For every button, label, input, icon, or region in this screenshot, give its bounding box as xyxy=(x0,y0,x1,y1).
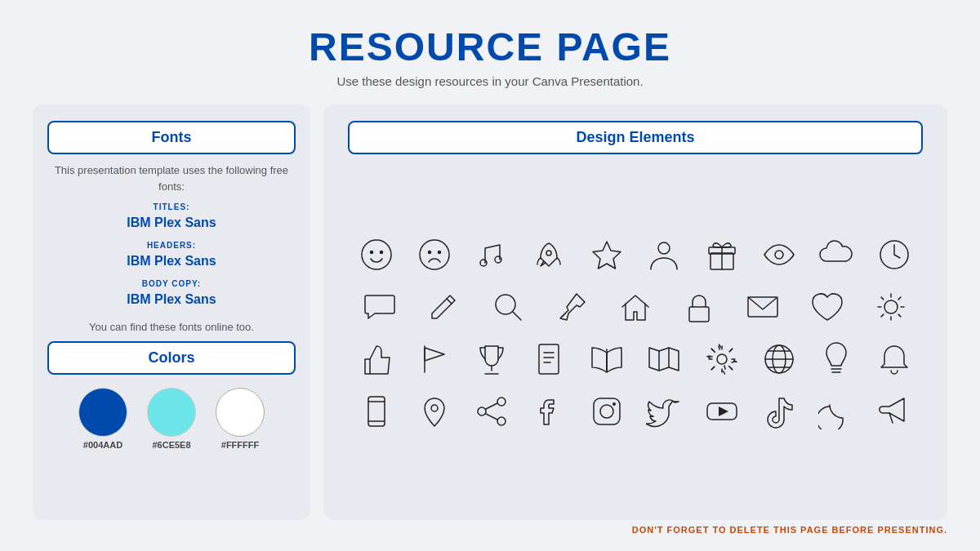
star-icon xyxy=(582,230,631,279)
headers-label: HEADERS: xyxy=(47,239,296,251)
facebook-icon xyxy=(524,387,573,436)
thumbs-up-icon xyxy=(352,335,401,384)
heart-icon xyxy=(803,282,852,331)
envelope-icon xyxy=(738,282,787,331)
svg-point-25 xyxy=(431,405,438,411)
design-elements-header: Design Elements xyxy=(348,121,923,154)
pin-icon xyxy=(547,282,596,331)
svg-point-13 xyxy=(775,251,783,259)
page-title: RESOURCE PAGE xyxy=(309,24,671,69)
home-icon xyxy=(611,282,660,331)
svg-point-6 xyxy=(480,260,487,266)
colors-section: #004AAD #6CE5E8 #FFFFFF xyxy=(47,388,296,450)
rocket-icon xyxy=(524,230,573,279)
svg-point-26 xyxy=(497,398,506,406)
icon-row-2 xyxy=(348,282,923,331)
eye-icon xyxy=(755,230,804,279)
color-swatch-cyan xyxy=(147,388,196,437)
svg-point-0 xyxy=(362,240,391,269)
map-icon xyxy=(639,335,688,384)
svg-point-27 xyxy=(478,407,486,415)
flag-icon xyxy=(410,335,459,384)
body-font: IBM Plex Sans xyxy=(47,290,296,309)
svg-point-15 xyxy=(496,295,515,314)
person-icon xyxy=(639,230,688,279)
twitter-icon xyxy=(639,387,688,436)
fonts-header: Fonts xyxy=(47,121,296,154)
youtube-icon xyxy=(697,387,746,436)
bell-icon xyxy=(870,335,919,384)
color-item-white: #FFFFFF xyxy=(216,388,265,450)
titles-label: TITLES: xyxy=(47,201,296,213)
body-label: BODY COPY: xyxy=(47,278,296,290)
sun-icon xyxy=(866,282,915,331)
megaphone-icon xyxy=(870,387,919,436)
page-subtitle: Use these design resources in your Canva… xyxy=(336,74,643,88)
svg-point-8 xyxy=(546,251,551,256)
svg-point-4 xyxy=(428,251,430,254)
color-label-white: #FFFFFF xyxy=(221,440,259,450)
lock-icon xyxy=(675,282,724,331)
gear-icon xyxy=(697,335,746,384)
instagram-icon xyxy=(582,387,631,436)
icons-grid xyxy=(348,162,923,504)
svg-point-31 xyxy=(612,402,616,406)
icon-row-1 xyxy=(348,230,923,279)
speech-bubble-icon xyxy=(355,282,404,331)
lightbulb-icon xyxy=(812,335,861,384)
color-label-blue: #004AAD xyxy=(83,440,122,450)
moon-icon xyxy=(812,387,861,436)
trophy-icon xyxy=(467,335,516,384)
icon-row-3 xyxy=(348,335,923,384)
svg-point-7 xyxy=(495,256,501,263)
open-book-icon xyxy=(582,335,631,384)
gift-icon xyxy=(697,230,746,279)
smile-icon xyxy=(352,230,401,279)
svg-point-5 xyxy=(438,251,440,254)
svg-point-18 xyxy=(884,300,898,313)
svg-point-10 xyxy=(658,242,670,254)
svg-rect-19 xyxy=(539,344,559,374)
footer-note: DON'T FORGET TO DELETE THIS PAGE BEFORE … xyxy=(33,525,947,535)
color-swatch-white xyxy=(216,388,265,437)
svg-marker-33 xyxy=(719,407,728,416)
svg-point-3 xyxy=(420,240,449,269)
clock-icon xyxy=(870,230,919,279)
right-panel: Design Elements xyxy=(323,104,947,520)
color-swatch-blue xyxy=(78,388,127,437)
svg-marker-9 xyxy=(593,242,621,269)
mobile-icon xyxy=(352,387,401,436)
cloud-icon xyxy=(812,230,861,279)
headers-font: IBM Plex Sans xyxy=(47,251,296,271)
location-pin-icon xyxy=(410,387,459,436)
color-item-blue: #004AAD xyxy=(78,388,127,450)
svg-point-30 xyxy=(600,405,613,418)
colors-header: Colors xyxy=(47,341,296,375)
magnifier-icon xyxy=(483,282,532,331)
svg-rect-29 xyxy=(594,398,620,424)
svg-point-1 xyxy=(371,251,373,254)
document-icon xyxy=(524,335,573,384)
pencil-icon xyxy=(419,282,468,331)
music-icon xyxy=(467,230,516,279)
svg-marker-20 xyxy=(649,348,679,371)
svg-point-21 xyxy=(717,354,727,364)
titles-font: IBM Plex Sans xyxy=(47,213,296,233)
fonts-description: This presentation template uses the foll… xyxy=(47,162,296,309)
main-content: Fonts This presentation template uses th… xyxy=(33,104,947,520)
svg-point-28 xyxy=(497,417,506,425)
color-item-cyan: #6CE5E8 xyxy=(147,388,196,450)
share-icon xyxy=(467,387,516,436)
svg-point-2 xyxy=(381,251,383,254)
find-fonts-text: You can find these fonts online too. xyxy=(47,321,296,333)
sad-icon xyxy=(410,230,459,279)
svg-rect-16 xyxy=(689,307,709,322)
tiktok-icon xyxy=(755,387,804,436)
globe-icon xyxy=(755,335,804,384)
color-label-cyan: #6CE5E8 xyxy=(152,440,190,450)
left-panel: Fonts This presentation template uses th… xyxy=(33,104,310,520)
icon-row-4 xyxy=(348,387,923,436)
